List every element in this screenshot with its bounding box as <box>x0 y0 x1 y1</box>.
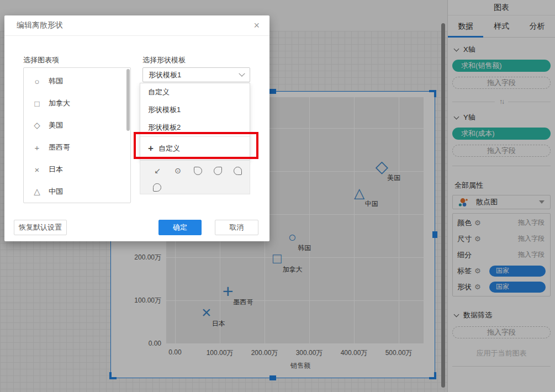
dialog-title: 编辑离散形状 <box>17 20 63 30</box>
list-item-label: 加拿大 <box>49 98 70 108</box>
circle-shape-icon: ○ <box>33 77 41 86</box>
list-item-label: 中国 <box>49 187 63 197</box>
dialog-titlebar: 编辑离散形状 × <box>4 15 269 36</box>
edit-discrete-shape-dialog: 编辑离散形状 × 选择图表项 ○ 韩国 □ 加拿大 ◇ 美国 + 墨西哥 × <box>4 15 269 241</box>
restore-defaults-button[interactable]: 恢复默认设置 <box>14 220 67 235</box>
list-item-label: 墨西哥 <box>49 142 70 152</box>
template-selected-value: 形状模板1 <box>149 70 181 80</box>
list-item-label: 韩国 <box>49 76 63 86</box>
ok-button[interactable]: 确定 <box>158 220 202 235</box>
circle-dot-icon[interactable]: ⊙ <box>173 166 182 175</box>
blob-shape-icon[interactable] <box>214 167 222 175</box>
chart-items-list: ○ 韩国 □ 加拿大 ◇ 美国 + 墨西哥 × 日本 △ 中国 <box>23 67 131 203</box>
annotation-highlight-box <box>134 132 258 159</box>
shape-palette: ↙ ⊙ <box>140 160 250 194</box>
list-item-label: 日本 <box>49 165 63 174</box>
list-item-label: 美国 <box>49 120 63 130</box>
list-item-usa[interactable]: ◇ 美国 <box>24 114 130 136</box>
template-select[interactable]: 形状模板1 <box>142 67 250 82</box>
cross-shape-icon: × <box>33 165 41 174</box>
close-icon[interactable]: × <box>253 20 260 30</box>
template-label: 选择形状模板 <box>142 55 186 65</box>
diamond-shape-icon: ◇ <box>33 120 41 130</box>
list-item-china[interactable]: △ 中国 <box>24 181 130 203</box>
menu-item-custom[interactable]: 自定义 <box>140 83 250 101</box>
list-item-canada[interactable]: □ 加拿大 <box>24 92 130 114</box>
list-item-korea[interactable]: ○ 韩国 <box>24 70 130 92</box>
triangle-shape-icon: △ <box>33 187 41 197</box>
blob-shape-icon[interactable] <box>234 167 242 175</box>
cancel-button[interactable]: 取消 <box>215 220 258 235</box>
chevron-down-icon <box>239 70 245 76</box>
menu-item-template1[interactable]: 形状模板1 <box>140 101 250 119</box>
plus-shape-icon: + <box>33 143 41 152</box>
list-item-japan[interactable]: × 日本 <box>24 158 130 181</box>
list-item-mexico[interactable]: + 墨西哥 <box>24 136 130 158</box>
blob-shape-icon[interactable] <box>153 183 161 192</box>
list-scrollbar[interactable] <box>126 69 130 131</box>
blob-shape-icon[interactable] <box>194 167 202 175</box>
arrow-southwest-icon[interactable]: ↙ <box>153 166 162 175</box>
chart-items-label: 选择图表项 <box>23 55 59 65</box>
square-shape-icon: □ <box>33 99 41 108</box>
